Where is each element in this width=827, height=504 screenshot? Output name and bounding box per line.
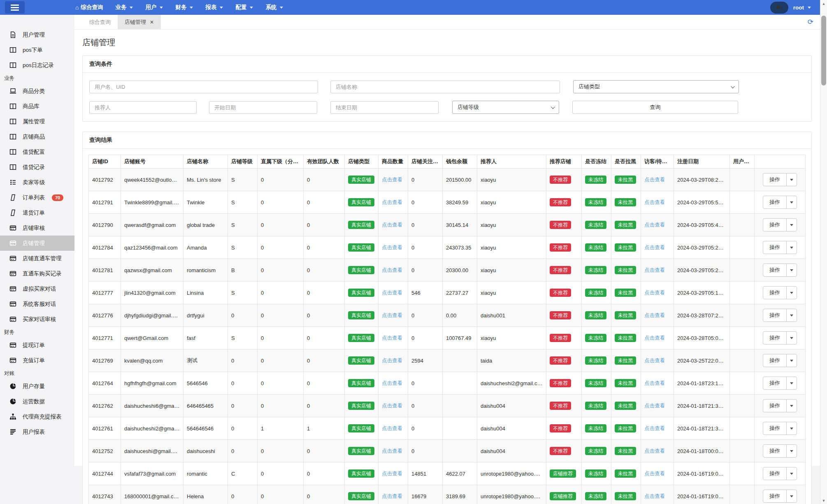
action-button-label[interactable]: 操作 (763, 332, 786, 344)
sidebar-item-借贷记录[interactable]: 借贷记录 (0, 160, 74, 175)
goods-link[interactable]: 点击查看 (382, 290, 402, 296)
action-button-label[interactable]: 操作 (763, 445, 786, 457)
action-dropdown-toggle[interactable] (786, 287, 797, 299)
action-dropdown-toggle[interactable] (786, 173, 797, 186)
action-dropdown-toggle[interactable] (786, 332, 797, 344)
visitors-link[interactable]: 点击查看 (644, 425, 665, 431)
visitors-link[interactable]: 点击查看 (644, 312, 665, 318)
tab-店铺管理[interactable]: 店铺管理✕ (118, 15, 161, 29)
sidebar-item-pos日志记录[interactable]: pos日志记录 (0, 58, 74, 73)
chat-button[interactable] (770, 2, 788, 14)
action-button[interactable]: 操作 (763, 286, 797, 299)
visitors-link[interactable]: 点击查看 (644, 493, 665, 499)
action-button-label[interactable]: 操作 (763, 377, 786, 389)
action-button[interactable]: 操作 (763, 490, 797, 503)
action-button[interactable]: 操作 (763, 241, 797, 254)
nav-item-报表[interactable]: 报表 (199, 0, 229, 15)
sidebar-item-卖家等级[interactable]: 卖家等级 (0, 175, 74, 190)
goods-link[interactable]: 点击查看 (382, 403, 402, 409)
action-dropdown-toggle[interactable] (786, 490, 797, 502)
visitors-link[interactable]: 点击查看 (644, 380, 665, 386)
sidebar-item-提现订单[interactable]: 提现订单 (0, 338, 74, 353)
goods-link[interactable]: 点击查看 (382, 448, 402, 454)
sidebar-item-代理商充提报表[interactable]: 代理商充提报表 (0, 409, 74, 424)
sidebar-item-运营数据[interactable]: 运营数据 (0, 394, 74, 409)
visitors-link[interactable]: 点击查看 (644, 199, 665, 205)
action-button[interactable]: 操作 (763, 444, 797, 458)
action-dropdown-toggle[interactable] (786, 309, 797, 321)
sidebar-item-店铺直通车管理[interactable]: 店铺直通车管理 (0, 251, 74, 266)
action-button[interactable]: 操作 (763, 196, 797, 209)
refresh-icon[interactable]: ⟳ (808, 18, 813, 26)
sidebar-item-用户管理[interactable]: 用户管理 (0, 27, 74, 42)
visitors-link[interactable]: 点击查看 (644, 471, 665, 476)
user-menu[interactable]: root (793, 5, 811, 11)
action-dropdown-toggle[interactable] (786, 354, 797, 367)
sidebar-item-店铺审核[interactable]: 店铺审核 (0, 220, 74, 236)
action-button-label[interactable]: 操作 (763, 196, 786, 208)
action-button-label[interactable]: 操作 (763, 219, 786, 231)
action-button[interactable]: 操作 (763, 218, 797, 231)
nav-item-配置[interactable]: 配置 (229, 0, 259, 15)
visitors-link[interactable]: 点击查看 (644, 290, 665, 296)
close-icon[interactable]: ✕ (150, 19, 154, 25)
visitors-link[interactable]: 点击查看 (644, 177, 665, 183)
action-button[interactable]: 操作 (763, 467, 797, 480)
sidebar-item-借贷配置[interactable]: 借贷配置 (0, 144, 74, 160)
action-button-label[interactable]: 操作 (763, 287, 786, 299)
action-button[interactable]: 操作 (763, 309, 797, 322)
sidebar-item-店铺管理[interactable]: 店铺管理 (0, 236, 74, 251)
action-button[interactable]: 操作 (763, 377, 797, 390)
sidebar-toggle-button[interactable] (5, 1, 25, 14)
sidebar-item-退货订单[interactable]: 退货订单 (0, 205, 74, 220)
action-button-label[interactable]: 操作 (763, 467, 786, 480)
visitors-link[interactable]: 点击查看 (644, 222, 665, 228)
action-dropdown-toggle[interactable] (786, 400, 797, 412)
action-dropdown-toggle[interactable] (786, 467, 797, 480)
nav-item-财务[interactable]: 财务 (169, 0, 199, 15)
action-button[interactable]: 操作 (763, 399, 797, 412)
goods-link[interactable]: 点击查看 (382, 380, 402, 386)
shop-level-select[interactable]: 店铺等级 (452, 101, 559, 114)
action-dropdown-toggle[interactable] (786, 241, 797, 254)
scroll-up-arrow-icon[interactable]: ▲ (820, 0, 827, 7)
action-button[interactable]: 操作 (763, 354, 797, 367)
action-dropdown-toggle[interactable] (786, 422, 797, 435)
shop-name-input[interactable] (330, 81, 560, 93)
sidebar-item-商品库[interactable]: 商品库 (0, 99, 74, 114)
action-button-label[interactable]: 操作 (763, 422, 786, 435)
scrollbar-thumb[interactable] (821, 16, 826, 86)
visitors-link[interactable]: 点击查看 (644, 358, 665, 363)
visitors-link[interactable]: 点击查看 (644, 245, 665, 250)
shop-type-select[interactable]: 店铺类型 (573, 80, 739, 93)
nav-item-业务[interactable]: 业务 (109, 0, 139, 15)
nav-item-用户[interactable]: 用户 (139, 0, 169, 15)
action-button-label[interactable]: 操作 (763, 400, 786, 412)
username-uid-input[interactable] (89, 81, 318, 93)
nav-item-综合查询[interactable]: ⌂综合查询 (69, 0, 109, 15)
goods-link[interactable]: 点击查看 (382, 222, 402, 228)
start-date-input[interactable] (209, 101, 317, 114)
sidebar-item-直通车购买记录[interactable]: 直通车购买记录 (0, 266, 74, 281)
sidebar-item-订单列表[interactable]: 订单列表70 (0, 190, 74, 205)
action-dropdown-toggle[interactable] (786, 377, 797, 389)
action-button[interactable]: 操作 (763, 422, 797, 435)
scroll-down-arrow-icon[interactable]: ▼ (820, 497, 827, 504)
action-dropdown-toggle[interactable] (786, 219, 797, 231)
goods-link[interactable]: 点击查看 (382, 425, 402, 431)
visitors-link[interactable]: 点击查看 (644, 335, 665, 341)
sidebar-item-属性管理[interactable]: 属性管理 (0, 114, 74, 129)
goods-link[interactable]: 点击查看 (382, 493, 402, 499)
action-dropdown-toggle[interactable] (786, 264, 797, 276)
referrer-input[interactable] (89, 101, 197, 114)
visitors-link[interactable]: 点击查看 (644, 267, 665, 273)
goods-link[interactable]: 点击查看 (382, 267, 402, 273)
goods-link[interactable]: 点击查看 (382, 471, 402, 476)
action-button-label[interactable]: 操作 (763, 173, 786, 186)
goods-link[interactable]: 点击查看 (382, 358, 402, 363)
goods-link[interactable]: 点击查看 (382, 199, 402, 205)
sidebar-item-用户报表[interactable]: 用户报表 (0, 424, 74, 439)
vertical-scrollbar[interactable]: ▲ ▼ (820, 0, 827, 504)
search-button[interactable]: 查询 (572, 101, 738, 114)
goods-link[interactable]: 点击查看 (382, 177, 402, 183)
